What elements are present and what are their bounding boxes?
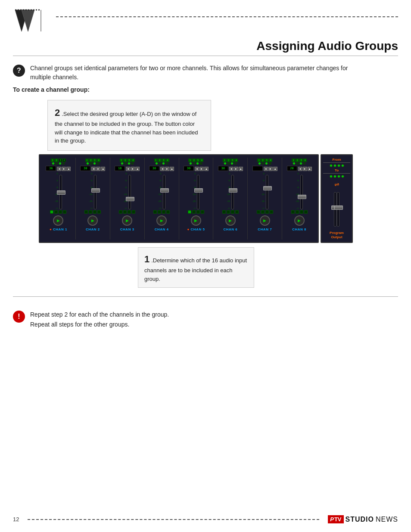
ctrl-btn[interactable]: ► — [131, 167, 135, 171]
ctrl-btn[interactable]: ► — [234, 167, 238, 171]
fader-track[interactable] — [300, 175, 303, 209]
num-btn[interactable]: 3 — [93, 159, 97, 162]
fader-knob[interactable] — [334, 205, 343, 210]
group-btn-a[interactable] — [188, 210, 191, 214]
num-btn[interactable]: 1 — [292, 159, 295, 162]
group-btn-b[interactable] — [89, 210, 92, 214]
channel-fader-btn[interactable]: ▶ — [225, 215, 236, 226]
channel-fader-btn[interactable]: ▶ — [87, 215, 98, 226]
fader-knob[interactable] — [263, 186, 272, 190]
fader-track[interactable] — [266, 175, 268, 209]
group-btn-a[interactable] — [84, 210, 88, 214]
fader-track[interactable] — [197, 175, 199, 209]
num-btn[interactable]: 3 — [265, 159, 268, 162]
group-btn-b[interactable] — [261, 210, 265, 214]
group-btn-d[interactable] — [132, 210, 135, 214]
fader-knob[interactable] — [91, 188, 100, 193]
fader-knob[interactable] — [194, 188, 203, 193]
fader-track[interactable] — [337, 192, 339, 227]
ctrl-btn[interactable]: ◄ — [229, 167, 234, 171]
ctrl-btn[interactable]: ◄ — [57, 167, 61, 171]
num-btn[interactable]: 3 — [196, 159, 199, 162]
ctrl-btn[interactable]: ◄ — [298, 167, 302, 171]
group-btn-a[interactable] — [222, 210, 226, 214]
num-btn[interactable]: 4 — [234, 159, 238, 162]
ctrl-btn[interactable]: ▲ — [273, 167, 277, 171]
num-btn[interactable]: 4 — [131, 159, 135, 162]
ctrl-btn[interactable]: ◄ — [91, 167, 96, 171]
group-btn-d[interactable] — [270, 210, 273, 214]
group-btn-a[interactable] — [153, 210, 157, 214]
fader-track[interactable] — [94, 175, 97, 209]
group-btn-c[interactable] — [93, 210, 97, 214]
group-btn-d[interactable] — [97, 210, 101, 214]
group-btn-b[interactable] — [227, 210, 230, 214]
num-btn[interactable]: 3 — [128, 159, 131, 162]
ctrl-btn[interactable]: ◄ — [264, 167, 268, 171]
num-btn[interactable]: 2 — [192, 159, 196, 162]
fader-track[interactable] — [59, 175, 62, 209]
num-btn[interactable]: 1 — [154, 159, 158, 162]
ctrl-btn[interactable]: ▲ — [308, 167, 312, 171]
num-btn[interactable]: 1 — [85, 159, 89, 162]
ctrl-btn[interactable]: ▲ — [101, 167, 105, 171]
ctrl-btn[interactable]: ◄ — [195, 167, 199, 171]
group-btn-a[interactable] — [257, 210, 260, 214]
fader-track[interactable] — [128, 175, 131, 209]
group-btn-c[interactable] — [265, 210, 269, 214]
num-btn[interactable]: 4 — [269, 159, 272, 162]
group-btn-a[interactable] — [291, 210, 295, 214]
channel-fader-btn[interactable]: ▶ — [156, 215, 167, 226]
num-btn[interactable]: 3 — [299, 159, 303, 162]
num-btn[interactable]: 4 — [200, 159, 203, 162]
num-btn[interactable]: 4 — [166, 159, 169, 162]
ctrl-btn[interactable]: ► — [268, 167, 273, 171]
group-btn-c[interactable] — [59, 210, 62, 214]
group-btn-a[interactable] — [119, 210, 122, 214]
channel-fader-btn[interactable]: ▶ — [294, 215, 305, 226]
group-btn-d[interactable] — [201, 210, 204, 214]
num-btn[interactable]: 1 — [120, 159, 123, 162]
fader-knob[interactable] — [57, 190, 65, 195]
group-btn-d[interactable] — [166, 210, 170, 214]
fader-knob[interactable] — [229, 188, 237, 193]
num-btn[interactable]: 1 — [257, 159, 261, 162]
fader-knob[interactable] — [298, 195, 306, 199]
group-btn-b[interactable] — [123, 210, 127, 214]
ctrl-btn[interactable]: ► — [303, 167, 307, 171]
channel-fader-btn[interactable]: ▶ — [191, 215, 201, 226]
num-btn[interactable]: 2 — [261, 159, 265, 162]
ctrl-btn[interactable]: ► — [62, 167, 66, 171]
ctrl-btn[interactable]: ► — [165, 167, 169, 171]
channel-fader-btn[interactable]: ▶ — [53, 215, 63, 226]
num-btn[interactable]: 2 — [55, 159, 58, 162]
fader-track[interactable] — [163, 175, 165, 209]
group-btn-c[interactable] — [128, 210, 131, 214]
ctrl-btn[interactable]: ▲ — [170, 167, 174, 171]
num-btn[interactable]: 3 — [59, 159, 62, 162]
ctrl-btn[interactable]: ◄ — [160, 167, 165, 171]
num-btn[interactable]: 2 — [124, 159, 127, 162]
num-btn[interactable]: 3 — [230, 159, 234, 162]
ctrl-btn[interactable]: ▲ — [135, 167, 140, 171]
num-btn[interactable]: 1 — [188, 159, 192, 162]
num-btn[interactable]: 4 — [62, 159, 66, 162]
num-btn[interactable]: 2 — [296, 159, 299, 162]
fader-knob[interactable] — [126, 197, 134, 201]
group-btn-a[interactable] — [50, 210, 53, 214]
num-btn[interactable]: 2 — [89, 159, 93, 162]
group-btn-d[interactable] — [304, 210, 308, 214]
group-btn-c[interactable] — [231, 210, 234, 214]
group-btn-b[interactable] — [296, 210, 299, 214]
num-btn[interactable]: 4 — [303, 159, 307, 162]
fader-track[interactable] — [231, 175, 234, 209]
ctrl-btn[interactable]: ► — [96, 167, 100, 171]
group-btn-d[interactable] — [235, 210, 239, 214]
group-btn-c[interactable] — [196, 210, 200, 214]
num-btn[interactable]: 2 — [227, 159, 230, 162]
group-btn-c[interactable] — [162, 210, 165, 214]
num-btn[interactable]: 1 — [51, 159, 54, 162]
num-btn[interactable]: 3 — [162, 159, 165, 162]
num-btn[interactable]: 4 — [97, 159, 100, 162]
ctrl-btn[interactable]: ▲ — [66, 167, 71, 171]
